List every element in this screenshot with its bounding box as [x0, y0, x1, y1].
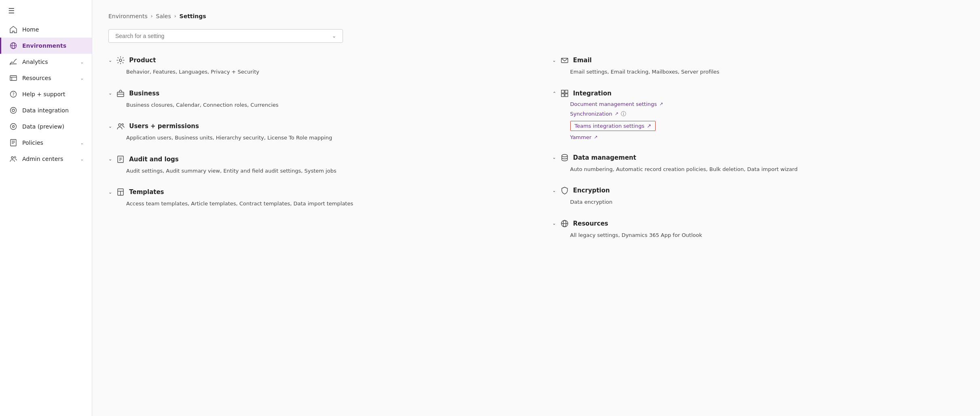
integration-title: Integration: [573, 90, 612, 97]
analytics-icon: [9, 58, 17, 66]
sidebar-item-analytics[interactable]: Analytics ⌄: [0, 54, 92, 70]
resources-section-items: All legacy settings, Dynamics 365 App fo…: [552, 231, 964, 239]
resources-icon: [9, 74, 17, 82]
templates-chevron[interactable]: ⌄: [108, 190, 112, 195]
integration-links: Document management settings ↗ Synchroni…: [552, 101, 964, 140]
sidebar-item-data-preview-label: Data (preview): [22, 123, 84, 130]
business-section: ⌄ Business Business closures, Calendar, …: [108, 89, 520, 109]
policies-icon: [9, 139, 17, 147]
data-management-header: ⌄ Data management: [552, 153, 964, 162]
svg-point-17: [14, 156, 16, 158]
search-input[interactable]: [115, 33, 332, 39]
doc-management-link[interactable]: Document management settings ↗: [570, 101, 964, 107]
resources-section-icon: [560, 219, 569, 228]
resources-section-chevron[interactable]: ⌄: [552, 221, 556, 226]
data-management-chevron[interactable]: ⌄: [552, 155, 556, 160]
business-items: Business closures, Calendar, Connection …: [108, 101, 520, 109]
sidebar-item-environments-label: Environments: [22, 42, 84, 49]
svg-point-22: [122, 124, 123, 125]
users-section: ⌄ Users + permissions Application users,…: [108, 122, 520, 142]
policies-chevron: ⌄: [80, 141, 84, 145]
sidebar-item-policies[interactable]: Policies ⌄: [0, 135, 92, 151]
yammer-link[interactable]: Yammer ↗: [570, 134, 964, 140]
audit-header: ⌄ Audit and logs: [108, 155, 520, 164]
data-management-section: ⌄ Data management Auto numbering, Automa…: [552, 153, 964, 173]
email-title: Email: [573, 57, 592, 64]
synchronization-link[interactable]: Synchronization ↗ ⓘ: [570, 110, 964, 118]
sidebar: ☰ Home Environments Analytics ⌄: [0, 0, 92, 416]
sidebar-item-resources[interactable]: Resources ⌄: [0, 70, 92, 86]
sidebar-item-data-preview[interactable]: Data (preview): [0, 118, 92, 135]
sidebar-item-help[interactable]: ? Help + support: [0, 86, 92, 102]
business-chevron[interactable]: ⌄: [108, 91, 112, 96]
email-header: ⌄ Email: [552, 56, 964, 65]
data-management-icon: [560, 153, 569, 162]
data-management-items: Auto numbering, Automatic record creatio…: [552, 165, 964, 173]
sidebar-item-resources-label: Resources: [22, 75, 76, 81]
teams-integration-label: Teams integration settings: [575, 123, 645, 129]
sidebar-item-data-integration-label: Data integration: [22, 107, 84, 114]
synchronization-label: Synchronization: [570, 111, 612, 117]
integration-header: ⌄ Integration: [552, 89, 964, 98]
teams-link-wrapper: Teams integration settings ↗: [570, 121, 656, 131]
breadcrumb-sep-1: ›: [151, 13, 153, 19]
doc-management-label: Document management settings: [570, 101, 657, 107]
svg-point-18: [119, 59, 122, 61]
teams-ext-icon: ↗: [647, 123, 651, 129]
integration-chevron[interactable]: ⌄: [552, 91, 556, 96]
audit-chevron[interactable]: ⌄: [108, 156, 112, 162]
audit-section: ⌄ Audit and logs Audit settings, Audit s…: [108, 155, 520, 175]
synchronization-ext-icon: ↗: [615, 111, 618, 116]
sidebar-item-admin-centers[interactable]: Admin centers ⌄: [0, 151, 92, 167]
business-header: ⌄ Business: [108, 89, 520, 98]
svg-rect-3: [10, 76, 17, 80]
search-bar[interactable]: ⌄: [108, 29, 343, 43]
audit-title: Audit and logs: [129, 156, 178, 163]
teams-integration-link[interactable]: Teams integration settings ↗: [570, 121, 656, 131]
data-preview-icon: [9, 122, 17, 131]
product-chevron[interactable]: ⌄: [108, 58, 112, 63]
svg-point-35: [562, 154, 567, 157]
sidebar-item-policies-label: Policies: [22, 139, 76, 146]
resources-section: ⌄ Resources All legacy settings, Dynamic…: [552, 219, 964, 239]
email-items: Email settings, Email tracking, Mailboxe…: [552, 68, 964, 76]
templates-section: ⌄ Templates Access team templates, Artic…: [108, 188, 520, 208]
product-section: ⌄ Product Behavior, Features, Languages,…: [108, 56, 520, 76]
breadcrumb-sep-2: ›: [174, 13, 176, 19]
resources-chevron: ⌄: [80, 76, 84, 80]
sidebar-item-home-label: Home: [22, 26, 84, 33]
svg-rect-31: [561, 90, 564, 93]
sidebar-item-data-integration[interactable]: Data integration: [0, 102, 92, 118]
product-icon: [116, 56, 125, 65]
svg-text:?: ?: [13, 92, 15, 97]
encryption-chevron[interactable]: ⌄: [552, 188, 556, 193]
sidebar-item-home[interactable]: Home: [0, 21, 92, 38]
doc-management-ext-icon: ↗: [659, 101, 663, 107]
home-icon: [9, 25, 17, 34]
analytics-chevron: ⌄: [80, 60, 84, 64]
templates-items: Access team templates, Article templates…: [108, 200, 520, 208]
svg-rect-33: [561, 94, 564, 97]
users-items: Application users, Business units, Hiera…: [108, 134, 520, 142]
sidebar-item-environments[interactable]: Environments: [0, 38, 92, 54]
yammer-ext-icon: ↗: [594, 135, 597, 140]
synchronization-info-icon: ⓘ: [621, 110, 626, 118]
encryption-header: ⌄ Encryption: [552, 186, 964, 195]
product-title: Product: [129, 57, 156, 64]
hamburger-menu[interactable]: ☰: [0, 0, 92, 21]
business-icon: [116, 89, 125, 98]
resources-section-title: Resources: [573, 220, 608, 227]
breadcrumb-environments[interactable]: Environments: [108, 13, 148, 19]
templates-title: Templates: [129, 188, 164, 196]
sidebar-item-help-label: Help + support: [22, 91, 84, 97]
yammer-label: Yammer: [570, 134, 592, 140]
data-integration-icon: [9, 106, 17, 114]
email-chevron[interactable]: ⌄: [552, 58, 556, 63]
encryption-items: Data encryption: [552, 198, 964, 206]
product-header: ⌄ Product: [108, 56, 520, 65]
svg-point-16: [11, 157, 13, 159]
sidebar-item-analytics-label: Analytics: [22, 59, 76, 65]
users-chevron[interactable]: ⌄: [108, 124, 112, 129]
breadcrumb-sales[interactable]: Sales: [156, 13, 171, 19]
resources-header: ⌄ Resources: [552, 219, 964, 228]
